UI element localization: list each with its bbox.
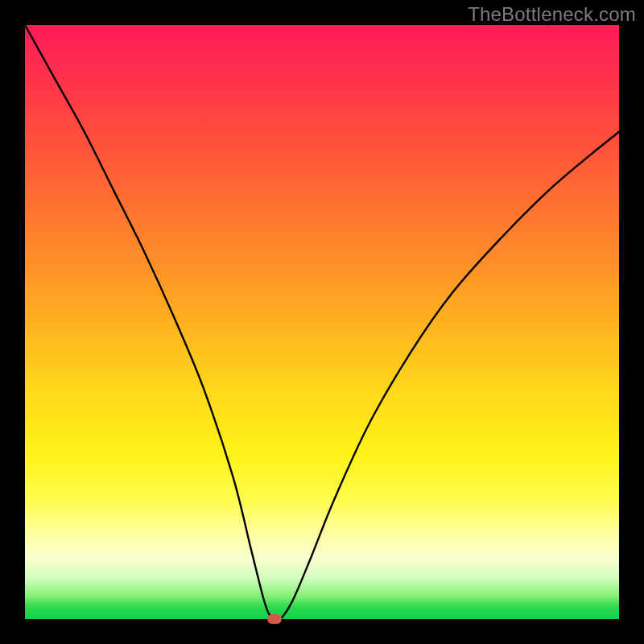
chart-frame: TheBottleneck.com [0,0,644,644]
curve-path [25,25,619,621]
plot-area [25,25,619,619]
watermark-text: TheBottleneck.com [468,3,636,26]
optimum-marker [267,614,282,624]
bottleneck-curve [25,25,619,619]
